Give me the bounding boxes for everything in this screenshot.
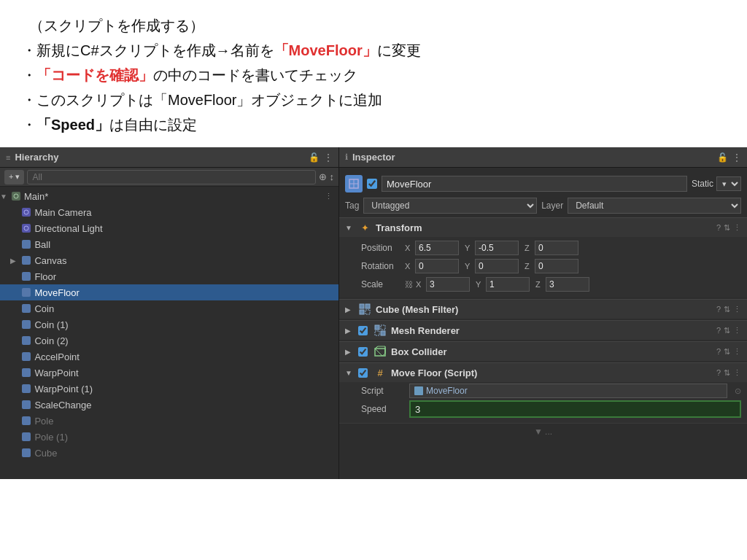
rot-x-input[interactable] (415, 259, 459, 273)
svg-rect-14 (22, 368, 31, 377)
hierarchy-filter-icon[interactable]: ⊕ (319, 171, 327, 182)
hierarchy-more-icon[interactable]: ⋮ (324, 152, 333, 163)
arrow-icon (10, 385, 20, 393)
rot-y-input[interactable] (475, 259, 519, 273)
move-floor-help-icon[interactable]: ? (716, 368, 721, 377)
mesh-filter-help-icon[interactable]: ? (716, 305, 721, 314)
svg-rect-25 (360, 310, 364, 314)
mesh-filter-header[interactable]: ▶ Cube (Mesh Filter) ? ⇅ ⋮ (339, 300, 747, 319)
box-collider-checkbox[interactable] (358, 347, 368, 357)
mesh-filter-more-icon[interactable]: ⋮ (733, 305, 741, 314)
script-target-icon[interactable]: ⊙ (735, 386, 741, 396)
hierarchy-search-input[interactable] (27, 170, 315, 184)
box-collider-more-icon[interactable]: ⋮ (733, 347, 741, 357)
scale-z-input[interactable] (546, 277, 589, 292)
speed-label: Speed (361, 404, 405, 414)
cube-icon (20, 287, 32, 298)
move-floor-more-icon[interactable]: ⋮ (733, 368, 741, 378)
go-active-checkbox[interactable] (367, 179, 377, 189)
mesh-renderer-help-icon[interactable]: ? (716, 326, 721, 335)
tag-dropdown[interactable]: Untagged (363, 198, 537, 214)
script-value-box[interactable]: MoveFloor (409, 384, 727, 398)
move-floor-checkbox[interactable] (358, 368, 368, 378)
cube-icon (20, 447, 32, 459)
transform-settings-icon[interactable]: ⇅ (724, 223, 730, 233)
transform-help-icon[interactable]: ? (716, 223, 721, 232)
inspector-more-icon[interactable]: ⋮ (732, 152, 741, 163)
rot-z-input[interactable] (535, 259, 578, 273)
hierarchy-sort-icon[interactable]: ↕ (330, 171, 335, 182)
box-collider-name: Box Collider (391, 346, 712, 357)
hierarchy-item-main[interactable]: ▼Main*⋮ (0, 188, 338, 204)
hierarchy-add-button[interactable]: + ▾ (4, 170, 24, 184)
hierarchy-item-warppoint1[interactable]: WarpPoint (1) (0, 381, 338, 397)
hierarchy-item-canvas[interactable]: ▶Canvas (0, 252, 338, 268)
pos-z-input[interactable] (535, 241, 578, 255)
item-label: Main Camera (34, 207, 91, 218)
pos-x-input[interactable] (415, 241, 459, 255)
instruction-line1: ・新規にC#スクリプトを作成→名前を「MoveFloor」に変更 (22, 38, 725, 63)
hierarchy-item-movefloor[interactable]: MoveFloor (0, 284, 338, 300)
hierarchy-item-main-camera[interactable]: Main Camera (0, 204, 338, 220)
move-floor-header[interactable]: ▼ # Move Floor (Script) ? ⇅ ⋮ (339, 363, 747, 382)
scale-x-input[interactable] (426, 277, 470, 292)
hierarchy-item-coin1[interactable]: Coin (1) (0, 316, 338, 332)
mesh-filter-settings-icon[interactable]: ⇅ (724, 305, 730, 314)
arrow-icon (10, 337, 20, 345)
item-label: Main* (24, 191, 48, 202)
static-dropdown[interactable]: ▾ (716, 176, 741, 191)
item-label: Coin (2) (34, 335, 68, 346)
transform-more-icon[interactable]: ⋮ (733, 223, 741, 233)
arrow-icon (10, 417, 20, 425)
box-collider-arrow-icon: ▶ (345, 348, 354, 356)
item-options[interactable]: ⋮ (325, 192, 333, 201)
hierarchy-item-pole[interactable]: Pole (0, 413, 338, 429)
hierarchy-item-cube[interactable]: Cube (0, 445, 338, 461)
item-label: ScaleChange (34, 400, 91, 411)
script-field-row: Script MoveFloor ⊙ (339, 382, 747, 400)
arrow-icon (10, 209, 20, 217)
transform-header[interactable]: ▼ ✦ Transform ? ⇅ ⋮ (339, 218, 747, 237)
hierarchy-item-floor[interactable]: Floor (0, 268, 338, 284)
item-label: AccelPoint (34, 351, 79, 362)
inspector-lock-icon[interactable]: 🔓 (717, 152, 728, 163)
inspector-title: Inspector (352, 152, 395, 163)
hierarchy-item-pole1[interactable]: Pole (1) (0, 429, 338, 445)
mesh-renderer-settings-icon[interactable]: ⇅ (724, 326, 730, 335)
rot-z-label: Z (525, 262, 533, 271)
svg-rect-9 (22, 288, 31, 297)
hierarchy-lock-icon[interactable]: 🔓 (309, 152, 320, 163)
transform-section: ▼ ✦ Transform ? ⇅ ⋮ Position X Y (339, 217, 747, 298)
move-floor-icon: # (374, 366, 387, 379)
hierarchy-item-scalechange[interactable]: ScaleChange (0, 397, 338, 413)
speed-input[interactable] (409, 400, 741, 418)
pos-y-input[interactable] (475, 241, 519, 255)
scale-y-input[interactable] (486, 277, 530, 292)
rot-x-label: X (405, 262, 414, 271)
line3-text: ・このスクリプトは「MoveFloor」オブジェクトに追加 (22, 92, 382, 108)
mesh-renderer-checkbox[interactable] (358, 326, 368, 335)
svg-rect-6 (22, 240, 31, 249)
hierarchy-item-ball[interactable]: Ball (0, 236, 338, 252)
mesh-renderer-header[interactable]: ▶ Mesh Renderer ? ⇅ ⋮ (339, 321, 747, 340)
hierarchy-item-warppoint[interactable]: WarpPoint (0, 365, 338, 381)
move-floor-settings-icon[interactable]: ⇅ (724, 368, 730, 378)
script-label: Script (361, 386, 405, 396)
hierarchy-item-coin[interactable]: Coin (0, 300, 338, 316)
hierarchy-header: ≡ Hierarchy 🔓 ⋮ (0, 147, 338, 168)
pos-x-label: X (405, 244, 414, 252)
item-label: Coin (1) (34, 319, 68, 330)
box-collider-settings-icon[interactable]: ⇅ (724, 347, 730, 357)
mesh-renderer-more-icon[interactable]: ⋮ (733, 326, 741, 335)
hierarchy-item-accelpoint[interactable]: AccelPoint (0, 349, 338, 365)
svg-rect-19 (22, 448, 31, 457)
hierarchy-item-coin2[interactable]: Coin (2) (0, 332, 338, 349)
svg-rect-2 (22, 208, 31, 217)
go-name-input[interactable] (382, 176, 687, 192)
box-collider-help-icon[interactable]: ? (716, 347, 721, 356)
hierarchy-item-directional-light[interactable]: Directional Light (0, 220, 338, 236)
layer-dropdown[interactable]: Default (568, 198, 741, 214)
go-icon (345, 175, 363, 192)
box-collider-header[interactable]: ▶ Box Collider ? ⇅ ⋮ (339, 342, 747, 361)
hierarchy-content[interactable]: ▼Main*⋮ Main Camera Directional Light Ba… (0, 187, 338, 479)
